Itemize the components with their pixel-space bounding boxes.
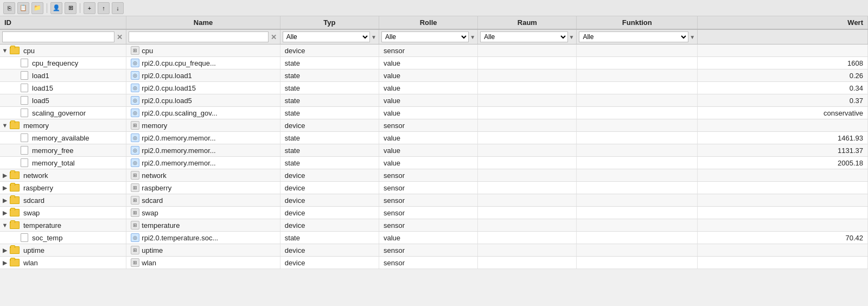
filter-rolle-select[interactable]: Alle: [381, 31, 469, 42]
state-icon: ◎: [131, 71, 139, 80]
filter-name-input[interactable]: [129, 31, 268, 42]
id-label: scaling_governor: [32, 109, 86, 117]
separator-2: [80, 3, 80, 13]
filter-id-input[interactable]: [2, 31, 114, 42]
down-button[interactable]: ↓: [112, 2, 124, 14]
filter-id-clear[interactable]: ✕: [116, 33, 124, 41]
funktion-cell: [577, 244, 698, 257]
expander-icon[interactable]: ▶: [2, 184, 8, 191]
name-label: rpi2.0.memory.memor...: [142, 146, 215, 155]
device-icon: ⊞: [131, 258, 139, 267]
filter-rolle-cell: Alle ▼: [379, 29, 478, 44]
filter-raum-cell: Alle ▼: [478, 29, 577, 44]
add-button[interactable]: +: [84, 2, 95, 14]
id-cell: ▶raspberry: [0, 182, 126, 194]
filter-raum-arrow: ▼: [569, 34, 575, 40]
name-label: cpu: [142, 47, 153, 55]
expander-icon[interactable]: ▶: [2, 259, 8, 266]
name-cell: ◎rpi2.0.temperature.soc...: [126, 232, 280, 244]
raum-cell: [478, 232, 577, 244]
rolle-cell: value: [379, 232, 478, 244]
filter-typ-cell: Alle ▼: [280, 29, 379, 44]
header-typ: Typ: [280, 16, 379, 29]
funktion-cell: [577, 232, 698, 244]
rolle-cell: sensor: [379, 44, 478, 57]
rolle-cell: value: [379, 69, 478, 82]
filter-typ-select[interactable]: Alle: [283, 31, 370, 42]
typ-cell: device: [280, 207, 379, 219]
grid-button[interactable]: ⊞: [65, 2, 76, 14]
wert-cell: 0.37: [698, 94, 868, 107]
funktion-cell: [577, 144, 698, 157]
expander-icon[interactable]: ▶: [2, 247, 8, 253]
name-cell: ⊞swap: [126, 207, 280, 219]
id-label: swap: [23, 209, 40, 217]
raum-cell: [478, 44, 577, 57]
wert-cell: 1461.93: [698, 132, 868, 144]
rolle-cell: value: [379, 132, 478, 144]
funktion-cell: [577, 182, 698, 194]
wert-cell: conservative: [698, 107, 868, 119]
funktion-cell: [577, 219, 698, 232]
device-icon: ⊞: [131, 183, 139, 192]
typ-cell: state: [280, 107, 379, 119]
funktion-cell: [577, 82, 698, 94]
id-cell: ▶wlan: [0, 257, 126, 269]
folder-icon: [10, 196, 20, 204]
id-label: soc_temp: [32, 234, 62, 242]
table-row: memory_free◎rpi2.0.memory.memor...statev…: [0, 144, 868, 157]
id-cell: ▶uptime: [0, 244, 126, 257]
expander-icon[interactable]: ▶: [2, 197, 8, 203]
funktion-cell: [577, 207, 698, 219]
expander-icon[interactable]: ▼: [2, 222, 8, 228]
expander-icon[interactable]: ▼: [2, 122, 8, 129]
filter-row: ✕ ✕ Alle ▼: [0, 29, 868, 44]
id-label: load5: [32, 97, 49, 105]
filter-funktion-select[interactable]: Alle: [579, 31, 688, 42]
name-cell: ◎rpi2.0.cpu.cpu_freque...: [126, 57, 280, 69]
raum-cell: [478, 219, 577, 232]
raum-cell: [478, 207, 577, 219]
file-icon: [21, 96, 28, 105]
filter-funktion-cell: Alle ▼: [577, 29, 698, 44]
name-label: uptime: [142, 246, 163, 254]
file-icon: [21, 233, 28, 242]
up-button[interactable]: ↑: [98, 2, 110, 14]
table-body: ▼cpu⊞cpudevicesensorcpu_frequency◎rpi2.0…: [0, 44, 868, 269]
id-label: cpu_frequency: [32, 59, 78, 67]
typ-cell: state: [280, 94, 379, 107]
file-icon: [21, 59, 28, 67]
name-cell: ◎rpi2.0.cpu.load15: [126, 82, 280, 94]
device-icon: ⊞: [131, 208, 139, 217]
wert-cell: [698, 44, 868, 57]
name-label: rpi2.0.memory.memor...: [142, 134, 215, 142]
name-cell: ◎rpi2.0.cpu.load5: [126, 94, 280, 107]
filter-raum-select[interactable]: Alle: [480, 31, 567, 42]
table-row: memory_available◎rpi2.0.memory.memor...s…: [0, 132, 868, 144]
expander-icon[interactable]: ▶: [2, 172, 8, 178]
table-row: ▶wlan⊞wlandevicesensor: [0, 257, 868, 269]
raum-cell: [478, 244, 577, 257]
id-cell: memory_available: [0, 132, 126, 144]
raum-cell: [478, 144, 577, 157]
expander-icon[interactable]: ▶: [2, 209, 8, 216]
name-cell: ⊞uptime: [126, 244, 280, 257]
name-label: rpi2.0.cpu.load5: [142, 97, 192, 105]
user-button[interactable]: 👤: [50, 2, 62, 14]
copy-button[interactable]: ⎘: [3, 2, 15, 14]
typ-cell: state: [280, 144, 379, 157]
paste-button[interactable]: 📋: [17, 2, 29, 14]
device-icon: ⊞: [131, 196, 139, 205]
expander-icon[interactable]: ▼: [2, 47, 8, 54]
name-label: rpi2.0.memory.memor...: [142, 159, 215, 167]
folder-button[interactable]: 📁: [31, 2, 43, 14]
rolle-cell: sensor: [379, 194, 478, 207]
rolle-cell: value: [379, 144, 478, 157]
toolbar: ⎘ 📋 📁 👤 ⊞ + ↑ ↓: [0, 0, 868, 16]
table-row: ▼temperature⊞temperaturedevicesensor: [0, 219, 868, 232]
typ-cell: device: [280, 182, 379, 194]
filter-name-clear[interactable]: ✕: [270, 33, 278, 41]
table-row: memory_total◎rpi2.0.memory.memor...state…: [0, 157, 868, 169]
wert-cell: [698, 119, 868, 132]
name-cell: ⊞wlan: [126, 257, 280, 269]
